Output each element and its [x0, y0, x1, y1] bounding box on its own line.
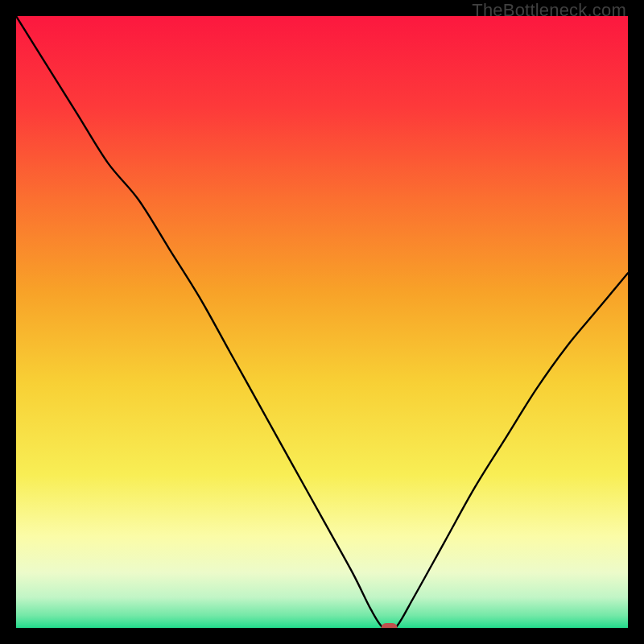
plot-background [16, 16, 628, 628]
optimal-point-marker [382, 623, 398, 628]
chart-frame: TheBottleneck.com [0, 0, 644, 644]
bottleneck-chart [16, 16, 628, 628]
